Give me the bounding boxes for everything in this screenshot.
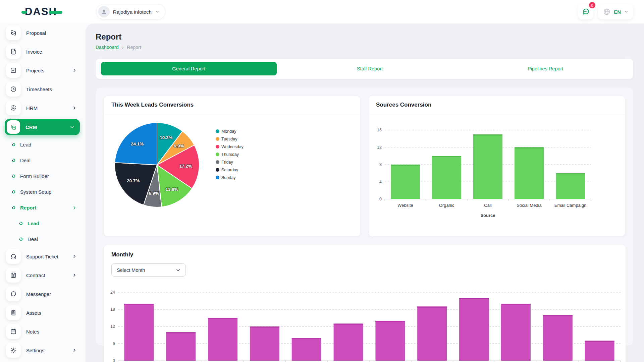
legend-item-friday[interactable]: Friday bbox=[216, 158, 244, 166]
legend-dot bbox=[216, 176, 219, 179]
messages-badge: 0 bbox=[589, 2, 595, 8]
x-tick-label: Social Media bbox=[517, 203, 542, 208]
bar bbox=[208, 318, 237, 361]
sidebar-item-proposal[interactable]: Proposal bbox=[0, 23, 86, 42]
chevron-down-icon bbox=[155, 9, 160, 14]
sidebar-item-notes[interactable]: Notes bbox=[0, 322, 86, 341]
sidebar-item-projects[interactable]: Projects bbox=[0, 61, 86, 80]
pie-data-label: 6.9% bbox=[149, 191, 159, 196]
y-tick-label: 6 bbox=[113, 341, 115, 346]
sidebar: ProposalInvoiceProjectsTimesheetsHRMCRML… bbox=[0, 23, 86, 362]
invoice-icon bbox=[6, 44, 21, 59]
main-content: Report Dashboard › Report General Report… bbox=[86, 23, 644, 362]
bar bbox=[432, 156, 461, 199]
assets-icon bbox=[10, 309, 17, 316]
logo-accent-left bbox=[21, 11, 27, 14]
bar bbox=[417, 307, 447, 361]
person-icon bbox=[100, 8, 108, 15]
y-tick-label: 0 bbox=[379, 197, 382, 201]
timesheets-icon bbox=[10, 86, 17, 93]
sidebar-item-hrm[interactable]: HRM bbox=[0, 99, 86, 117]
dot-icon bbox=[19, 237, 23, 241]
proposal-icon bbox=[10, 29, 17, 36]
breadcrumb-separator: › bbox=[122, 44, 124, 50]
legend-dot bbox=[216, 129, 219, 133]
y-tick-label: 12 bbox=[110, 324, 115, 329]
bar bbox=[515, 147, 544, 199]
y-tick-label: 12 bbox=[377, 145, 382, 150]
messages-button[interactable]: 0 bbox=[578, 4, 593, 19]
bar bbox=[391, 165, 420, 199]
sidebar-subitem-report[interactable]: Report bbox=[0, 200, 86, 216]
contract-icon bbox=[6, 268, 21, 283]
month-select-value: Select Month bbox=[117, 267, 145, 273]
workspace-avatar bbox=[98, 6, 110, 17]
breadcrumb-current: Report bbox=[127, 45, 141, 50]
pie-legend: MondayTuesdayWednesdayThursdayFridaySatu… bbox=[216, 127, 244, 181]
monthly-card: 24181260 Monthly Select Month bbox=[104, 245, 626, 362]
bar bbox=[585, 341, 614, 361]
crm-icon bbox=[7, 120, 20, 134]
legend-dot bbox=[216, 145, 219, 148]
charts-section: This Week Leads Conversions 10.3%6.9%17.… bbox=[96, 87, 633, 346]
tab-general-report[interactable]: General Report bbox=[101, 62, 277, 75]
sources-bar-chart: 1612840WebsiteOrganicCallSocial MediaEma… bbox=[369, 96, 625, 236]
workspace-name: Rajodiya infotech bbox=[113, 9, 152, 15]
legend-dot bbox=[216, 153, 219, 156]
sidebar-report-subitem-deal[interactable]: Deal bbox=[0, 231, 86, 247]
chat-bubble-icon bbox=[581, 7, 590, 16]
sidebar-item-settings[interactable]: Settings bbox=[0, 341, 86, 360]
support-ticket-icon bbox=[10, 253, 17, 260]
sidebar-subitem-lead[interactable]: Lead bbox=[0, 137, 86, 153]
bar bbox=[459, 298, 489, 361]
legend-item-wednesday[interactable]: Wednesday bbox=[216, 143, 244, 150]
support-ticket-icon bbox=[6, 249, 21, 264]
settings-icon bbox=[10, 347, 17, 354]
legend-item-tuesday[interactable]: Tuesday bbox=[216, 135, 244, 143]
y-tick-label: 0 bbox=[113, 358, 115, 362]
tab-staff-report[interactable]: Staff Report bbox=[357, 66, 383, 71]
language-selector[interactable]: EN bbox=[598, 4, 633, 19]
notes-icon bbox=[6, 324, 21, 339]
legend-dot bbox=[216, 168, 219, 172]
sidebar-item-support-ticket[interactable]: Support Ticket bbox=[0, 247, 86, 266]
sidebar-subitem-system-setup[interactable]: System Setup bbox=[0, 184, 86, 200]
sidebar-item-crm[interactable]: CRM bbox=[0, 117, 86, 137]
app-logo: DASH bbox=[21, 6, 62, 18]
legend-item-monday[interactable]: Monday bbox=[216, 127, 244, 135]
legend-item-saturday[interactable]: Saturday bbox=[216, 166, 244, 174]
chevron-right-icon bbox=[72, 273, 77, 278]
projects-icon bbox=[10, 67, 17, 74]
dot-icon bbox=[11, 158, 16, 163]
month-select[interactable]: Select Month bbox=[111, 263, 186, 277]
sidebar-subitem-form-builder[interactable]: Form Builder bbox=[0, 168, 86, 184]
dot-icon bbox=[19, 221, 23, 226]
legend-item-sunday[interactable]: Sunday bbox=[216, 174, 244, 181]
sidebar-item-assets[interactable]: Assets bbox=[0, 303, 86, 322]
pie-data-label: 10.3% bbox=[160, 135, 172, 140]
x-tick-label: Call bbox=[484, 203, 492, 208]
sidebar-report-subitem-lead[interactable]: Lead bbox=[0, 216, 86, 231]
pie-data-label: 6.9% bbox=[174, 143, 184, 148]
x-tick-label: Email Campaign bbox=[554, 203, 586, 208]
workspace-switcher[interactable]: Rajodiya infotech bbox=[96, 4, 165, 19]
notes-icon bbox=[10, 328, 17, 335]
sidebar-subitem-deal[interactable]: Deal bbox=[0, 153, 86, 168]
sidebar-item-messenger[interactable]: Messenger bbox=[0, 285, 86, 303]
dot-icon bbox=[11, 190, 16, 194]
breadcrumb-dashboard-link[interactable]: Dashboard bbox=[96, 45, 119, 50]
projects-icon bbox=[6, 63, 21, 78]
chevron-right-icon bbox=[72, 68, 77, 73]
y-tick-label: 4 bbox=[379, 180, 382, 184]
sidebar-item-invoice[interactable]: Invoice bbox=[0, 42, 86, 61]
timesheets-icon bbox=[6, 82, 21, 97]
sidebar-item-timesheets[interactable]: Timesheets bbox=[0, 80, 86, 99]
sidebar-item-contract[interactable]: Contract bbox=[0, 266, 86, 285]
legend-item-thursday[interactable]: Thursday bbox=[216, 150, 244, 158]
y-tick-label: 24 bbox=[110, 290, 115, 295]
legend-dot bbox=[216, 137, 219, 141]
invoice-icon bbox=[10, 48, 17, 55]
tab-pipelines-report[interactable]: Pipelines Report bbox=[528, 66, 563, 71]
chevron-down-icon bbox=[175, 267, 181, 273]
pie-data-label: 20.7% bbox=[127, 178, 140, 183]
